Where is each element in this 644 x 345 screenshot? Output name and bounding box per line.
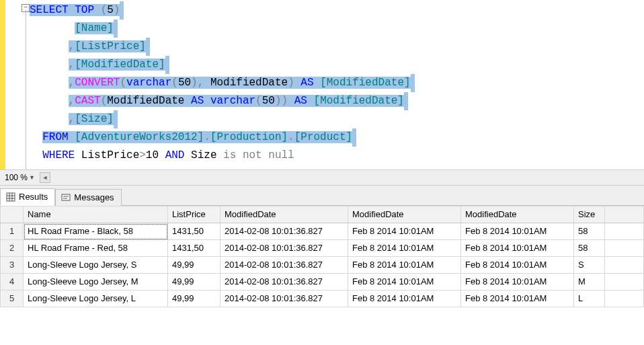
tab-messages[interactable]: Messages <box>55 189 121 206</box>
cell[interactable]: Feb 8 2014 10:01AM <box>461 274 574 291</box>
cell[interactable]: Feb 8 2014 10:01AM <box>348 274 461 291</box>
sql-editor: − SELECT TOP (5) [Name] ,[ListPrice] ,[M… <box>0 0 644 169</box>
results-grid-wrap: Name ListPrice ModifiedDate ModifiedDate… <box>0 206 644 307</box>
table-row[interactable]: 3Long-Sleeve Logo Jersey, S49,992014-02-… <box>1 257 644 274</box>
cell[interactable]: 58 <box>574 223 605 240</box>
fold-line <box>26 9 26 169</box>
row-header[interactable]: 2 <box>1 240 24 257</box>
tab-results[interactable]: Results <box>0 188 55 206</box>
col-header-modifieddate-2[interactable]: ModifiedDate <box>348 206 461 223</box>
chevron-down-icon: ▼ <box>29 174 35 181</box>
table-row[interactable]: 2HL Road Frame - Red, 581431,502014-02-0… <box>1 240 644 257</box>
svg-rect-0 <box>7 193 15 201</box>
zoom-bar: 100 % ▼ ◄ <box>0 169 644 186</box>
code-line[interactable]: ,CONVERT(varchar(50), ModifiedDate) AS [… <box>30 74 644 92</box>
cell[interactable]: M <box>574 274 605 291</box>
code-line[interactable]: [Name] <box>30 20 644 38</box>
cell[interactable]: 2014-02-08 10:01:36.827 <box>220 274 348 291</box>
cell[interactable]: L <box>574 291 605 307</box>
cell[interactable]: S <box>574 257 605 274</box>
cell[interactable]: HL Road Frame - Black, 58 <box>24 223 168 240</box>
svg-rect-5 <box>62 194 70 200</box>
scroll-left-button[interactable]: ◄ <box>40 172 50 183</box>
code-area[interactable]: SELECT TOP (5) [Name] ,[ListPrice] ,[Mod… <box>26 0 644 169</box>
cell[interactable]: 1431,50 <box>168 223 220 240</box>
col-header-listprice[interactable]: ListPrice <box>168 206 220 223</box>
table-row[interactable]: 5Long-Sleeve Logo Jersey, L49,992014-02-… <box>1 291 644 307</box>
zoom-dropdown[interactable]: 100 % ▼ <box>3 172 37 183</box>
cell[interactable]: 2014-02-08 10:01:36.827 <box>220 223 348 240</box>
cell[interactable]: Feb 8 2014 10:01AM <box>461 223 574 240</box>
row-header[interactable]: 4 <box>1 274 24 291</box>
cell-pad <box>605 240 644 257</box>
cell[interactable]: Feb 8 2014 10:01AM <box>348 223 461 240</box>
col-header-modifieddate-3[interactable]: ModifiedDate <box>461 206 574 223</box>
code-line[interactable]: ,[ModifiedDate] <box>30 56 644 74</box>
messages-icon <box>61 193 71 202</box>
cell[interactable]: 2014-02-08 10:01:36.827 <box>220 291 348 307</box>
tab-messages-label: Messages <box>74 192 114 202</box>
zoom-level: 100 % <box>5 173 28 182</box>
code-line[interactable]: FROM [AdventureWorks2012].[Production].[… <box>30 128 644 147</box>
cell-pad <box>605 257 644 274</box>
cell-pad <box>605 291 644 307</box>
cell[interactable]: Long-Sleeve Logo Jersey, S <box>24 257 168 274</box>
cell-pad <box>605 223 644 240</box>
grid-header-row: Name ListPrice ModifiedDate ModifiedDate… <box>1 206 644 223</box>
triangle-left-icon: ◄ <box>42 174 48 181</box>
grid-corner[interactable] <box>1 206 24 223</box>
col-header-modifieddate-1[interactable]: ModifiedDate <box>220 206 348 223</box>
cell[interactable]: Feb 8 2014 10:01AM <box>461 291 574 307</box>
cell[interactable]: Feb 8 2014 10:01AM <box>461 257 574 274</box>
code-line[interactable]: ,[Size] <box>30 110 644 128</box>
cell[interactable]: Feb 8 2014 10:01AM <box>348 240 461 257</box>
cell[interactable]: 49,99 <box>168 291 220 307</box>
cell[interactable]: 2014-02-08 10:01:36.827 <box>220 240 348 257</box>
cell[interactable]: 49,99 <box>168 257 220 274</box>
table-row[interactable]: 4Long-Sleeve Logo Jersey, M49,992014-02-… <box>1 274 644 291</box>
results-tabstrip: Results Messages <box>0 186 644 206</box>
code-line[interactable]: ,CAST(ModifiedDate AS varchar(50)) AS [M… <box>30 92 644 110</box>
results-grid[interactable]: Name ListPrice ModifiedDate ModifiedDate… <box>0 206 644 307</box>
row-header[interactable]: 1 <box>1 223 24 240</box>
row-header[interactable]: 3 <box>1 257 24 274</box>
outline-gutter: − <box>5 0 26 169</box>
cell[interactable]: Feb 8 2014 10:01AM <box>461 240 574 257</box>
code-line[interactable]: ,[ListPrice] <box>30 38 644 56</box>
row-header[interactable]: 5 <box>1 291 24 307</box>
col-header-pad <box>605 206 644 223</box>
col-header-size[interactable]: Size <box>574 206 605 223</box>
grid-icon <box>6 192 15 202</box>
code-line[interactable]: WHERE ListPrice>10 AND Size is not null <box>30 147 644 165</box>
cell[interactable]: 2014-02-08 10:01:36.827 <box>220 257 348 274</box>
col-header-name[interactable]: Name <box>24 206 168 223</box>
cell[interactable]: 1431,50 <box>168 240 220 257</box>
table-row[interactable]: 1HL Road Frame - Black, 581431,502014-02… <box>1 223 644 240</box>
change-marker-gutter <box>0 0 5 169</box>
cell[interactable]: Long-Sleeve Logo Jersey, M <box>24 274 168 291</box>
code-line[interactable]: SELECT TOP (5) <box>30 1 644 20</box>
cell[interactable]: 58 <box>574 240 605 257</box>
cell[interactable]: HL Road Frame - Red, 58 <box>24 240 168 257</box>
cell[interactable]: Feb 8 2014 10:01AM <box>348 291 461 307</box>
tab-results-label: Results <box>19 192 48 202</box>
cell-pad <box>605 274 644 291</box>
cell[interactable]: Feb 8 2014 10:01AM <box>348 257 461 274</box>
cell[interactable]: 49,99 <box>168 274 220 291</box>
cell[interactable]: Long-Sleeve Logo Jersey, L <box>24 291 168 307</box>
